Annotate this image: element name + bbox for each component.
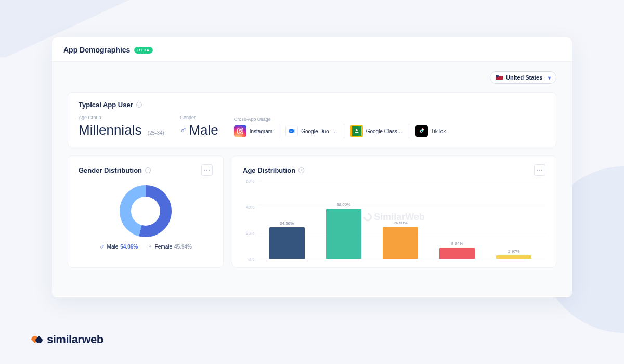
instagram-icon xyxy=(234,125,246,137)
bar-column: 24.98% xyxy=(383,220,418,259)
bar-value-label: 24.98% xyxy=(393,220,407,225)
brand-text: similarweb xyxy=(47,333,103,346)
y-tick-label: 20% xyxy=(246,231,254,236)
brand-logo: similarweb xyxy=(31,333,103,346)
bar xyxy=(326,209,361,259)
bar-column: 8.84% xyxy=(439,241,475,259)
app-tiktok[interactable]: TikTok xyxy=(415,125,446,137)
country-select[interactable]: United States ▾ xyxy=(490,71,556,84)
app-google-classroom[interactable]: Google Class… xyxy=(350,125,402,137)
male-symbol-icon: ♂ xyxy=(99,242,105,251)
tiktok-icon xyxy=(415,125,428,137)
bar xyxy=(439,248,475,259)
beta-badge: BETA xyxy=(134,47,152,54)
gender-value: ♂ Male xyxy=(180,122,218,138)
y-tick-label: 0% xyxy=(248,257,254,262)
app-label: Google Class… xyxy=(366,128,402,134)
gender-card-title: Gender Distribution i xyxy=(79,166,151,174)
google-duo-icon xyxy=(285,125,298,137)
age-bar-chart: 0%20%40%60% SimilarWeb 24.56%38.65%24.98… xyxy=(243,181,545,259)
age-card-title: Age Distribution i xyxy=(243,166,304,174)
gender-field: Gender ♂ Male xyxy=(180,115,218,138)
svg-point-1 xyxy=(239,130,241,133)
bar-column: 24.56% xyxy=(269,221,305,259)
google-classroom-icon xyxy=(350,125,363,137)
svg-point-2 xyxy=(241,129,242,129)
info-icon[interactable]: i xyxy=(298,167,304,173)
panel-header: App Demographics BETA xyxy=(52,37,572,62)
cross-app-field: Cross-App Usage Instagram xyxy=(234,116,545,138)
chevron-down-icon: ▾ xyxy=(548,75,551,81)
age-group-field: Age Group Millennials (25-34) xyxy=(79,115,164,138)
app-label: Instagram xyxy=(250,128,272,134)
bar-column: 2.97% xyxy=(496,249,531,259)
gender-distribution-card: Gender Distribution i ⋯ ♂ Male 54.06% ♀ xyxy=(68,155,224,268)
female-symbol-icon: ♀ xyxy=(147,242,153,251)
info-icon[interactable]: i xyxy=(145,167,151,173)
y-tick-label: 40% xyxy=(246,205,254,210)
divider xyxy=(279,124,279,138)
gender-donut-chart xyxy=(120,185,172,237)
bar xyxy=(269,227,305,259)
gender-label: Gender xyxy=(180,115,218,120)
cross-app-label: Cross-App Usage xyxy=(234,116,545,122)
bar-column: 38.65% xyxy=(326,202,361,259)
typical-user-title: Typical App User i xyxy=(79,101,545,109)
y-tick-label: 60% xyxy=(246,179,254,184)
age-group-label: Age Group xyxy=(79,115,164,120)
flag-us-icon xyxy=(496,75,503,80)
app-google-duo[interactable]: Google Duo -… xyxy=(285,125,337,137)
svg-point-4 xyxy=(356,129,357,131)
male-symbol-icon: ♂ xyxy=(180,125,187,136)
divider xyxy=(409,124,409,138)
similarweb-mark-icon xyxy=(31,334,43,345)
typical-user-card: Typical App User i Age Group Millennials… xyxy=(68,92,556,147)
age-group-value: Millennials (25-34) xyxy=(79,122,164,138)
app-label: TikTok xyxy=(431,128,446,134)
bar-value-label: 2.97% xyxy=(508,249,520,254)
bar xyxy=(496,255,531,259)
bar-value-label: 8.84% xyxy=(451,241,463,246)
bar xyxy=(383,227,418,259)
more-menu-button[interactable]: ⋯ xyxy=(534,164,545,176)
age-distribution-card: Age Distribution i ⋯ 0%20%40%60% Similar… xyxy=(232,155,556,268)
app-label: Google Duo -… xyxy=(301,128,337,134)
legend-male: ♂ Male 54.06% xyxy=(99,242,138,251)
bar-value-label: 24.56% xyxy=(280,221,294,226)
gender-legend: ♂ Male 54.06% ♀ Female 45.94% xyxy=(79,242,213,251)
legend-female: ♀ Female 45.94% xyxy=(147,242,192,251)
more-menu-button[interactable]: ⋯ xyxy=(201,164,213,176)
panel-body: United States ▾ Typical App User i Age G… xyxy=(52,62,572,296)
divider xyxy=(344,124,344,138)
info-icon[interactable]: i xyxy=(136,102,142,108)
bar-value-label: 38.65% xyxy=(336,202,350,207)
page-title: App Demographics xyxy=(63,46,130,54)
demographics-panel: App Demographics BETA United States ▾ Ty… xyxy=(52,37,572,297)
country-select-label: United States xyxy=(506,74,542,81)
app-instagram[interactable]: Instagram xyxy=(234,125,272,137)
